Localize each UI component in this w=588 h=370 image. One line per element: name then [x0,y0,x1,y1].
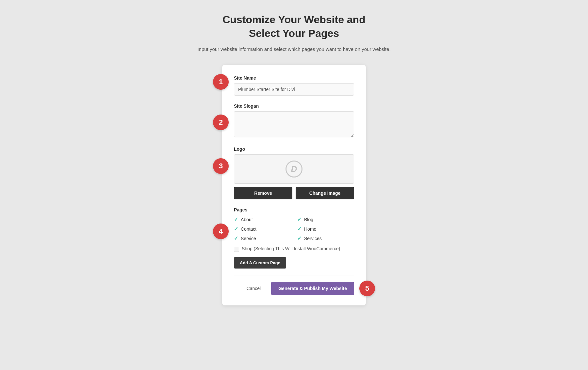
page-label-contact: Contact [241,226,256,232]
page-item-home[interactable]: ✓ Home [297,226,354,232]
pages-label: Pages [234,207,354,212]
form-footer: Cancel Generate & Publish My Website [234,275,354,295]
check-icon-about: ✓ [234,216,238,223]
page-item-blog[interactable]: ✓ Blog [297,216,354,223]
cancel-button[interactable]: Cancel [240,283,268,294]
step-3-badge: 3 [213,158,229,174]
page-container: Customize Your Website and Select Your P… [7,13,581,305]
form-card: Site Name Site Slogan Logo D Remove Chan… [222,65,366,305]
page-item-about[interactable]: ✓ About [234,216,291,223]
step-1-badge: 1 [213,74,229,90]
page-item-service[interactable]: ✓ Service [234,235,291,241]
page-title: Customize Your Website and Select Your P… [222,13,365,40]
logo-preview: D [234,154,354,184]
logo-section: Logo D Remove Change Image [234,146,354,199]
check-icon-blog: ✓ [297,216,302,223]
check-icon-services: ✓ [297,235,302,241]
page-label-service: Service [241,236,256,241]
page-subtitle: Input your website information and selec… [197,45,390,53]
add-custom-page-button[interactable]: Add A Custom Page [234,257,286,269]
site-name-label: Site Name [234,75,354,81]
check-icon-home: ✓ [297,226,302,232]
divi-logo-icon: D [286,161,302,177]
step-4-badge: 4 [213,224,229,239]
remove-button[interactable]: Remove [234,187,292,199]
page-label-about: About [241,217,253,222]
site-slogan-section: Site Slogan [234,103,354,139]
logo-label: Logo [234,146,354,152]
step-2-badge: 2 [213,115,229,130]
generate-publish-button[interactable]: Generate & Publish My Website [271,282,354,295]
site-name-input[interactable] [234,83,354,96]
step-5-badge: 5 [359,281,375,296]
pages-grid: ✓ About ✓ Blog ✓ Contact ✓ [234,216,354,241]
check-icon-contact: ✓ [234,226,238,232]
page-label-shop: Shop (Selecting This Will Install WooCom… [242,246,340,251]
page-item-services[interactable]: ✓ Services [297,235,354,241]
checkbox-shop[interactable] [234,247,239,252]
site-name-section: Site Name [234,75,354,96]
site-slogan-input[interactable] [234,111,354,137]
page-label-services: Services [304,236,322,241]
page-label-blog: Blog [304,217,313,222]
site-slogan-label: Site Slogan [234,103,354,109]
pages-section: Pages ✓ About ✓ Blog ✓ Contact [234,207,354,269]
change-image-button[interactable]: Change Image [296,187,354,199]
page-item-shop[interactable]: Shop (Selecting This Will Install WooCom… [234,246,354,252]
form-card-wrapper: 1 2 3 4 5 Site Name Site Slogan [222,65,366,305]
page-item-contact[interactable]: ✓ Contact [234,226,291,232]
check-icon-service: ✓ [234,235,238,241]
page-label-home: Home [304,226,316,232]
logo-buttons: Remove Change Image [234,187,354,199]
